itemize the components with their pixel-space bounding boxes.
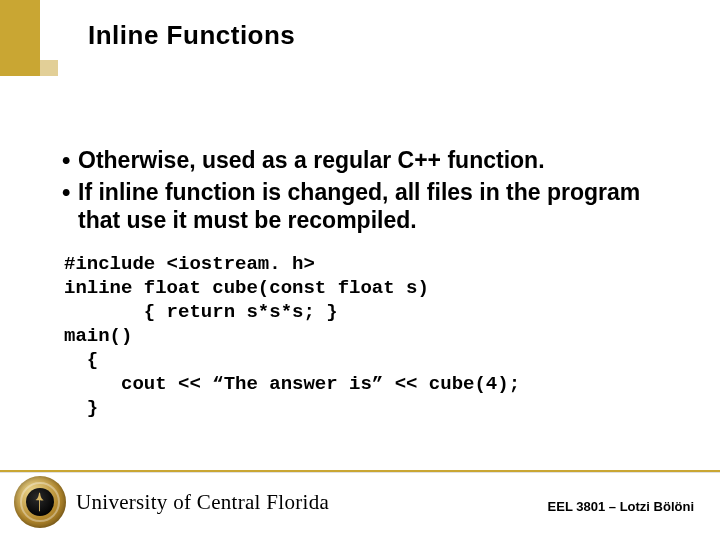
slide: Inline Functions • Otherwise, used as a … xyxy=(0,0,720,540)
bullet-item: • If inline function is changed, all fil… xyxy=(62,178,680,234)
bullet-dot-icon: • xyxy=(62,146,76,174)
bullet-text: If inline function is changed, all files… xyxy=(76,178,680,234)
content-area: • Otherwise, used as a regular C++ funct… xyxy=(62,146,680,420)
accent-bar xyxy=(0,0,40,76)
accent-bar-step xyxy=(40,60,58,76)
bullet-dot-icon: • xyxy=(62,178,76,206)
footer: University of Central Florida EEL 3801 –… xyxy=(0,470,720,540)
title-area: Inline Functions xyxy=(88,20,295,51)
bullet-item: • Otherwise, used as a regular C++ funct… xyxy=(62,146,680,174)
bullet-text: Otherwise, used as a regular C++ functio… xyxy=(76,146,680,174)
code-block: #include <iostream. h> inline float cube… xyxy=(64,252,680,420)
slide-title: Inline Functions xyxy=(88,20,295,51)
university-name: University of Central Florida xyxy=(76,490,329,515)
ucf-seal-icon xyxy=(14,476,66,528)
footer-credit: EEL 3801 – Lotzi Bölöni xyxy=(548,499,694,514)
footer-rule-shadow xyxy=(0,472,720,473)
university-logo: University of Central Florida xyxy=(14,476,329,528)
